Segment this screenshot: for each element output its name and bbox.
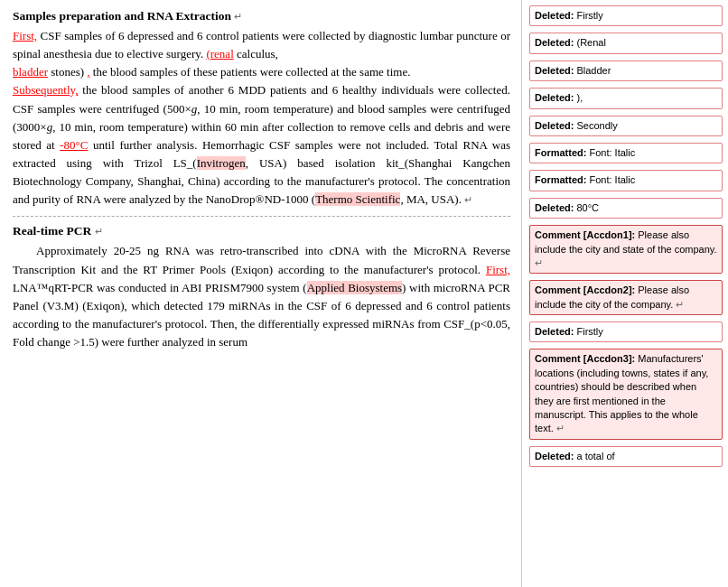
- heading-pcr: Real-time PCR ↵: [13, 224, 510, 238]
- annotation-formatted-2: Formatted: Font: Italic: [529, 170, 723, 191]
- section-divider: [13, 216, 510, 217]
- pilcrow-comment3: ↵: [556, 423, 565, 433]
- annotation-label-7: Formatted:: [535, 174, 590, 185]
- annotation-formatted-1: Formatted: Font: Italic: [529, 143, 723, 163]
- annotation-label-6: Formatted:: [535, 147, 590, 158]
- pilcrow-3: ↵: [95, 226, 103, 237]
- annotation-comment-3: Comment [Accdon3]: Manufacturers' locati…: [529, 349, 723, 439]
- page-container: Samples preparation and RNA Extraction ↵…: [0, 0, 728, 587]
- text-thermo: Thermo Scientific: [315, 192, 400, 206]
- annotation-deleted-firstly2: Deleted: Firstly: [529, 321, 723, 342]
- annotation-content-3: Bladder: [576, 65, 611, 76]
- text-stones: stones): [51, 65, 84, 79]
- annotation-content-7: Font: Italic: [590, 174, 636, 185]
- annotation-label-3: Deleted:: [535, 65, 576, 76]
- annotation-label-11: Deleted:: [535, 326, 576, 337]
- annotation-content-1: Firstly: [576, 10, 602, 21]
- annotation-content-6: Font: Italic: [590, 147, 636, 158]
- deleted-renal: (renal: [206, 47, 233, 61]
- annotation-deleted-bladder: Deleted: Bladder: [529, 61, 723, 81]
- annotation-label-2: Deleted:: [535, 37, 576, 48]
- text-ma-usa: , MA, USA).: [400, 192, 462, 206]
- heading-samples-text: Samples preparation and RNA Extraction: [13, 9, 231, 23]
- annotation-content-4: ),: [576, 92, 583, 103]
- annotation-content-11: Firstly: [576, 326, 602, 337]
- annotation-label-12: Comment [Accdon3]:: [535, 353, 638, 364]
- annotation-deleted-secondly: Deleted: Secondly: [529, 116, 723, 136]
- text-calculus: calculus,: [237, 47, 278, 61]
- text-invitrogen: Invitrogen: [197, 156, 246, 170]
- deleted-bladder: bladder: [13, 65, 48, 79]
- deleted-firstly2: First,: [486, 263, 510, 276]
- annotation-deleted-atotalof: Deleted: a total of: [529, 446, 723, 467]
- annotation-deleted-firstly: Deleted: Firstly: [529, 5, 723, 26]
- pilcrow-1: ↵: [234, 11, 242, 22]
- paragraph-samples: First, CSF samples of 6 depressed and 6 …: [13, 27, 510, 209]
- annotation-content-13: a total of: [576, 451, 614, 461]
- pilcrow-comment2: ↵: [676, 299, 684, 310]
- annotation-content-2: (Renal: [576, 37, 605, 48]
- heading-samples: Samples preparation and RNA Extraction ↵: [13, 9, 510, 23]
- annotation-content-5: Secondly: [576, 120, 617, 131]
- annotation-label-9: Comment [Accdon1]:: [535, 229, 638, 240]
- deleted-comma: ,: [87, 65, 89, 79]
- paragraph-pcr: Approximately 20-25 ng RNA was retro-tra…: [13, 242, 510, 351]
- pilcrow-comment1: ↵: [535, 257, 543, 268]
- text-applied-bio: Applied Biosystems: [307, 281, 402, 294]
- annotation-deleted-paren: Deleted: ),: [529, 88, 723, 108]
- main-content: Samples preparation and RNA Extraction ↵…: [0, 0, 522, 587]
- text-lna: LNA™qRT-PCR was conducted in ABI PRISM79…: [13, 281, 307, 294]
- heading-pcr-text: Real-time PCR: [13, 224, 91, 238]
- annotation-label-10: Comment [Accdon2]:: [535, 284, 638, 295]
- deleted-secondly: Subsequently,: [13, 83, 78, 97]
- deleted-80c: -80°C: [60, 138, 88, 152]
- text-blood-collected: the blood samples of these patients were…: [93, 65, 411, 79]
- text-approximately: Approximately 20-25 ng RNA was retro-tra…: [13, 244, 510, 275]
- pilcrow-2: ↵: [464, 194, 472, 205]
- annotation-deleted-renal: Deleted: (Renal: [529, 33, 723, 53]
- annotation-comment-2: Comment [Accdon2]: Please also include t…: [529, 280, 723, 315]
- deleted-firstly: First,: [13, 29, 37, 42]
- annotation-comment-1: Comment [Accdon1]: Please also include t…: [529, 225, 723, 274]
- annotation-label-13: Deleted:: [535, 451, 576, 461]
- annotation-label-4: Deleted:: [535, 92, 576, 103]
- annotation-label-8: Deleted:: [535, 202, 576, 213]
- annotation-deleted-80c: Deleted: 80°C: [529, 198, 723, 219]
- annotation-content-8: 80°C: [576, 202, 599, 213]
- annotation-label-5: Deleted:: [535, 120, 576, 131]
- annotation-label-1: Deleted:: [535, 10, 576, 21]
- sidebar-annotations: Deleted: Firstly Deleted: (Renal Deleted…: [522, 0, 728, 587]
